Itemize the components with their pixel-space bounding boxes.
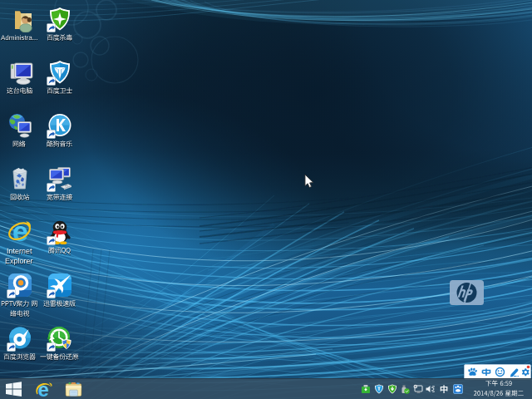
svg-text:e: e (38, 380, 49, 398)
